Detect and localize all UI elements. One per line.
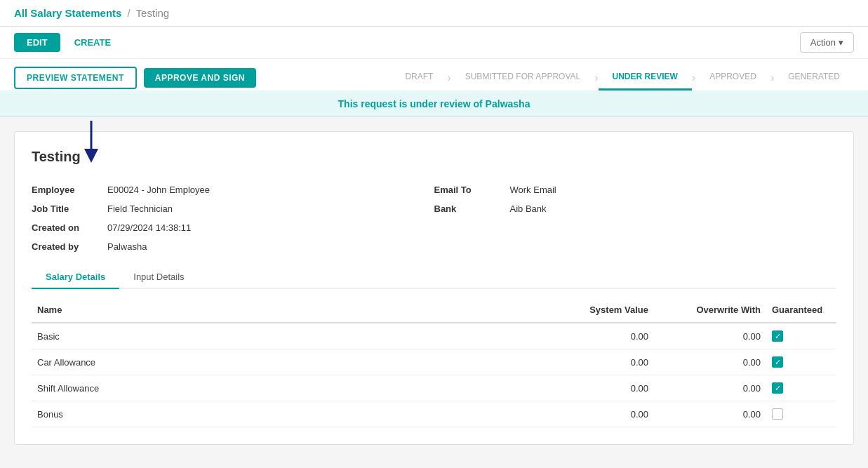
job-title-label: Job Title (32, 203, 102, 214)
main-content: Testing Employee E00024 - John Employee … (0, 117, 868, 459)
bank-row: Bank Aib Bank (434, 201, 837, 217)
created-on-row: Created on 07/29/2024 14:38:11 (32, 220, 434, 236)
form-grid: Employee E00024 - John Employee Job Titl… (32, 182, 836, 255)
tabs-row: Salary Details Input Details (32, 266, 836, 289)
job-title-row: Job Title Field Technician (32, 201, 434, 217)
step-draft[interactable]: DRAFT (391, 65, 447, 91)
row-overwrite-bonus: 0.00 (654, 406, 766, 422)
salary-details-table: Name System Value Overwrite With Guarant… (32, 297, 836, 427)
workflow-left: PREVIEW STATEMENT APPROVE AND SIGN (14, 67, 256, 89)
row-name-car-allowance: Car Allowance (32, 354, 542, 370)
action-bar-left: EDIT CREATE (14, 33, 119, 52)
col-header-overwrite-with: Overwrite With (654, 302, 766, 318)
table-row: Car Allowance 0.00 0.00 ✓ (32, 349, 836, 375)
action-dropdown-wrapper: Action ▾ (800, 32, 854, 53)
step-submitted[interactable]: SUBMITTED FOR APPROVAL (451, 65, 594, 91)
col-header-name: Name (32, 302, 542, 318)
table-row: Basic 0.00 0.00 ✓ (32, 323, 836, 349)
checkbox-basic[interactable]: ✓ (772, 330, 783, 342)
row-name-basic: Basic (32, 328, 542, 345)
checkbox-bonus[interactable] (772, 408, 783, 420)
review-banner-message: This request is under review of Palwasha (338, 98, 530, 109)
col-header-system-value: System Value (542, 302, 654, 318)
row-system-value-bonus: 0.00 (542, 406, 654, 422)
row-system-value-shift: 0.00 (542, 380, 654, 396)
checkbox-car[interactable]: ✓ (772, 356, 783, 368)
table-row: Bonus 0.00 0.00 (32, 401, 836, 427)
row-guaranteed-shift: ✓ (766, 380, 836, 396)
bank-value: Aib Bank (510, 203, 547, 214)
review-banner: This request is under review of Palwasha (0, 91, 868, 117)
create-button[interactable]: CREATE (66, 33, 119, 52)
created-on-value: 07/29/2024 14:38:11 (107, 222, 191, 233)
breadcrumb: All Salary Statements / Testing (0, 0, 868, 27)
tab-input-details[interactable]: Input Details (119, 266, 198, 289)
workflow-steps: DRAFT › SUBMITTED FOR APPROVAL › UNDER R… (391, 65, 854, 91)
table-header: Name System Value Overwrite With Guarant… (32, 297, 836, 323)
step-approved[interactable]: APPROVED (695, 65, 770, 91)
edit-button[interactable]: EDIT (14, 33, 60, 52)
form-card: Testing Employee E00024 - John Employee … (14, 131, 854, 445)
form-left: Employee E00024 - John Employee Job Titl… (32, 182, 434, 255)
workflow-bar: PREVIEW STATEMENT APPROVE AND SIGN DRAFT… (0, 59, 868, 91)
created-by-label: Created by (32, 241, 102, 252)
created-by-value: Palwasha (107, 241, 147, 252)
breadcrumb-current: Testing (136, 7, 170, 19)
action-arrow-icon: ▾ (839, 37, 843, 48)
employee-label: Employee (32, 185, 102, 195)
table-row: Shift Allowance 0.00 0.00 ✓ (32, 375, 836, 401)
checkbox-shift[interactable]: ✓ (772, 382, 783, 394)
tab-salary-details[interactable]: Salary Details (32, 266, 119, 289)
bank-label: Bank (434, 203, 505, 214)
row-name-bonus: Bonus (32, 406, 542, 422)
step-under-review[interactable]: UNDER REVIEW (599, 65, 692, 91)
col-header-guaranteed: Guaranteed (766, 302, 836, 318)
row-overwrite-shift: 0.00 (654, 380, 766, 396)
created-on-label: Created on (32, 222, 102, 233)
row-guaranteed-car: ✓ (766, 354, 836, 370)
row-guaranteed-basic: ✓ (766, 328, 836, 345)
arrow-annotation (70, 117, 112, 166)
row-system-value-car: 0.00 (542, 354, 654, 370)
action-bar: EDIT CREATE Action ▾ (0, 27, 868, 59)
email-to-row: Email To Work Email (434, 182, 837, 198)
form-title: Testing (32, 149, 836, 165)
email-to-label: Email To (434, 185, 505, 195)
employee-row: Employee E00024 - John Employee (32, 182, 434, 198)
email-to-value: Work Email (510, 185, 556, 195)
breadcrumb-separator: / (127, 7, 130, 19)
breadcrumb-parent[interactable]: All Salary Statements (14, 7, 121, 19)
preview-statement-button[interactable]: PREVIEW STATEMENT (14, 67, 137, 89)
svg-marker-1 (84, 149, 98, 163)
created-by-row: Created by Palwasha (32, 239, 434, 255)
job-title-value: Field Technician (107, 203, 173, 214)
action-button[interactable]: Action ▾ (800, 32, 854, 53)
row-overwrite-basic: 0.00 (654, 328, 766, 345)
action-button-label: Action (810, 37, 836, 48)
form-right: Email To Work Email Bank Aib Bank (434, 182, 837, 255)
employee-value: E00024 - John Employee (107, 185, 210, 195)
row-guaranteed-bonus (766, 406, 836, 422)
row-name-shift-allowance: Shift Allowance (32, 380, 542, 396)
approve-and-sign-button[interactable]: APPROVE AND SIGN (144, 68, 256, 88)
row-overwrite-car: 0.00 (654, 354, 766, 370)
step-generated[interactable]: GENERATED (774, 65, 854, 91)
row-system-value-basic: 0.00 (542, 328, 654, 345)
